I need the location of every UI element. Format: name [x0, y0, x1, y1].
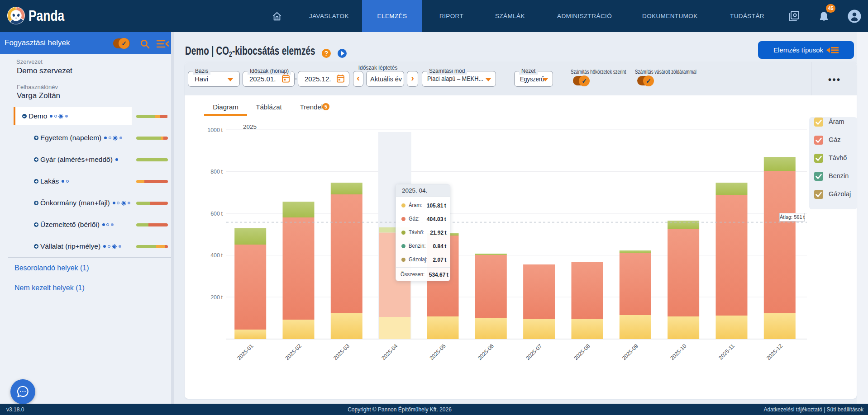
svg-text:200 t: 200 t [210, 294, 223, 301]
svg-text:2025-02: 2025-02 [284, 343, 303, 361]
svg-text:2025-10: 2025-10 [669, 343, 687, 361]
svg-text:600 t: 600 t [210, 211, 223, 217]
svg-text:2025-07: 2025-07 [525, 343, 543, 361]
svg-text:2025-01: 2025-01 [236, 343, 254, 361]
svg-text:2025-05: 2025-05 [429, 343, 447, 361]
svg-text:2025-08: 2025-08 [573, 343, 591, 361]
svg-text:800 t: 800 t [210, 169, 223, 175]
svg-text:2025-09: 2025-09 [621, 343, 639, 361]
svg-text:2025-03: 2025-03 [332, 343, 351, 361]
svg-text:400 t: 400 t [210, 252, 223, 259]
svg-text:2025: 2025 [243, 123, 257, 130]
svg-text:1000 t: 1000 t [207, 127, 223, 133]
svg-text:2025-04: 2025-04 [380, 343, 399, 361]
svg-text:2025-11: 2025-11 [717, 343, 736, 361]
svg-text:2025-06: 2025-06 [477, 343, 495, 361]
svg-text:2025-12: 2025-12 [765, 343, 784, 361]
